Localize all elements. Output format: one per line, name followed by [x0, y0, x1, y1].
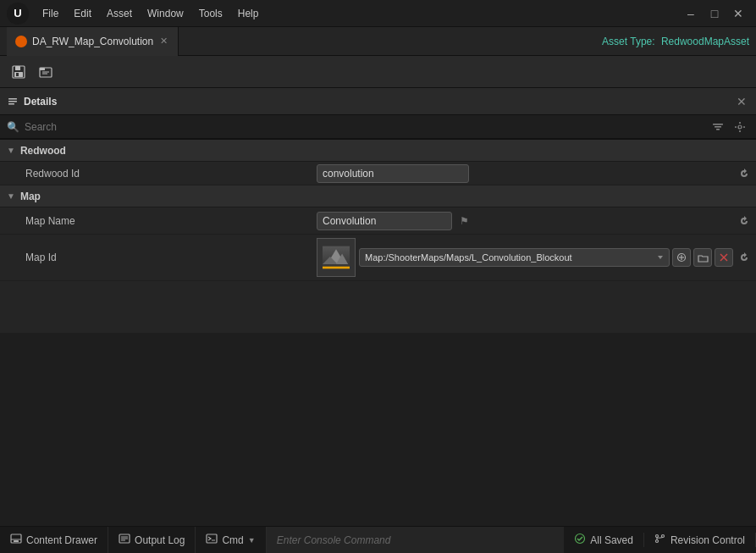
svg-rect-18 — [735, 126, 737, 128]
svg-point-40 — [655, 535, 658, 538]
svg-rect-19 — [743, 126, 745, 128]
property-name-map-name: Map Name — [0, 215, 313, 227]
tab-close-button[interactable]: ✕ — [158, 35, 169, 47]
cmd-dropdown-icon: ▼ — [248, 536, 256, 545]
title-bar: U File Edit Asset Window Tools Help – □ … — [0, 0, 756, 27]
terminal-icon — [206, 533, 218, 545]
redwood-arrow: ▼ — [7, 146, 15, 155]
svg-point-42 — [661, 535, 664, 538]
panel-header: Details ✕ — [0, 88, 756, 115]
cmd-button[interactable]: Cmd ▼ — [196, 527, 266, 553]
log-icon — [119, 533, 130, 545]
map-id-reset-button[interactable] — [736, 249, 753, 266]
output-log-button[interactable]: Output Log — [108, 527, 196, 553]
section-redwood[interactable]: ▼ Redwood — [0, 140, 756, 162]
navigate-to-asset-button[interactable] — [672, 248, 691, 267]
menu-edit[interactable]: Edit — [67, 5, 98, 22]
content-drawer-icon — [10, 533, 22, 547]
tab-bar: DA_RW_Map_Convolution ✕ Asset Type: Redw… — [0, 27, 756, 56]
settings-icon — [734, 121, 746, 133]
filter-button[interactable] — [709, 118, 727, 136]
save-button[interactable] — [7, 60, 30, 84]
redwood-label: Redwood — [20, 145, 66, 157]
menu-file[interactable]: File — [36, 5, 65, 22]
all-saved-button[interactable]: All Saved — [564, 533, 644, 547]
svg-rect-14 — [716, 129, 720, 130]
svg-rect-13 — [715, 126, 721, 128]
property-row-map-id: Map Id — [0, 235, 756, 281]
property-row-map-name: Map Name ⚑ — [0, 207, 756, 235]
mountain-icon — [323, 246, 350, 269]
browse-icon — [38, 64, 53, 80]
status-bar: Content Drawer Output Log Cmd ▼ — [0, 526, 756, 553]
search-input[interactable] — [25, 121, 704, 133]
console-input[interactable] — [267, 527, 565, 553]
browse-button[interactable] — [34, 60, 58, 84]
window-controls: – □ ✕ — [680, 4, 749, 23]
asset-picker-row: Map:/ShooterMaps/Maps/L_Convolution_Bloc… — [359, 248, 753, 267]
tab-da-rw-map-convolution[interactable]: DA_RW_Map_Convolution ✕ — [7, 27, 179, 56]
svg-rect-4 — [16, 73, 19, 76]
svg-rect-17 — [739, 130, 741, 132]
clear-icon — [719, 252, 729, 263]
dropdown-icon — [657, 254, 664, 261]
details-icon — [7, 96, 19, 108]
panel-close-button[interactable]: ✕ — [734, 94, 749, 109]
map-label: Map — [20, 191, 41, 202]
menu-window[interactable]: Window — [141, 5, 190, 22]
tab-label: DA_RW_Map_Convolution — [32, 36, 153, 47]
asset-path-select[interactable]: Map:/ShooterMaps/Maps/L_Convolution_Bloc… — [359, 248, 670, 267]
search-icon: 🔍 — [7, 121, 19, 133]
svg-point-15 — [738, 125, 742, 129]
asset-type-value: RedwoodMapAsset — [661, 36, 749, 47]
toolbar — [0, 56, 756, 88]
property-name-map-id: Map Id — [0, 235, 313, 280]
map-name-input[interactable] — [317, 212, 452, 230]
svg-rect-9 — [8, 98, 17, 100]
content-drawer-label: Content Drawer — [26, 534, 97, 546]
output-log-label: Output Log — [135, 534, 185, 546]
cmd-label: Cmd — [222, 534, 243, 546]
asset-thumbnail[interactable] — [317, 238, 356, 277]
browse-asset-button[interactable] — [693, 248, 712, 267]
reset-icon-map-id — [739, 252, 749, 263]
folder-icon — [698, 252, 709, 263]
revision-control-button[interactable]: Revision Control — [644, 533, 756, 547]
all-saved-label: All Saved — [590, 534, 633, 546]
clear-asset-button[interactable] — [715, 248, 733, 267]
navigate-icon — [676, 252, 687, 263]
menu-bar: File Edit Asset Window Tools Help — [36, 5, 265, 22]
maximize-button[interactable]: □ — [704, 4, 726, 23]
ue-logo: U — [7, 3, 29, 25]
filter-icon — [712, 121, 724, 133]
content-drawer-button[interactable]: Content Drawer — [0, 527, 108, 553]
map-name-flag-button[interactable]: ⚑ — [455, 213, 472, 229]
section-map[interactable]: ▼ Map — [0, 185, 756, 207]
close-button[interactable]: ✕ — [727, 4, 749, 23]
svg-rect-12 — [713, 124, 723, 125]
all-saved-icon — [574, 533, 586, 547]
minimize-button[interactable]: – — [680, 4, 702, 23]
property-value-redwood-id — [313, 164, 756, 183]
redwood-id-reset-button[interactable] — [736, 165, 753, 182]
revision-control-icon — [654, 533, 666, 547]
asset-type-label: Asset Type: RedwoodMapAsset — [602, 36, 749, 47]
save-icon — [11, 64, 26, 80]
menu-asset[interactable]: Asset — [100, 5, 139, 22]
checkmark-icon — [574, 533, 586, 545]
tab-icon — [15, 36, 27, 47]
output-log-icon — [119, 533, 130, 547]
svg-rect-11 — [8, 103, 14, 105]
redwood-id-input[interactable] — [317, 164, 469, 183]
menu-help[interactable]: Help — [231, 5, 266, 22]
settings-button[interactable] — [731, 118, 749, 136]
branch-icon — [654, 533, 666, 545]
reset-icon — [739, 169, 749, 179]
map-name-reset-button[interactable] — [736, 213, 753, 229]
revision-control-label: Revision Control — [670, 534, 745, 546]
map-arrow: ▼ — [7, 191, 15, 201]
menu-tools[interactable]: Tools — [192, 5, 229, 22]
svg-point-41 — [655, 540, 658, 543]
search-actions — [709, 118, 749, 136]
property-row-redwood-id: Redwood Id — [0, 162, 756, 185]
